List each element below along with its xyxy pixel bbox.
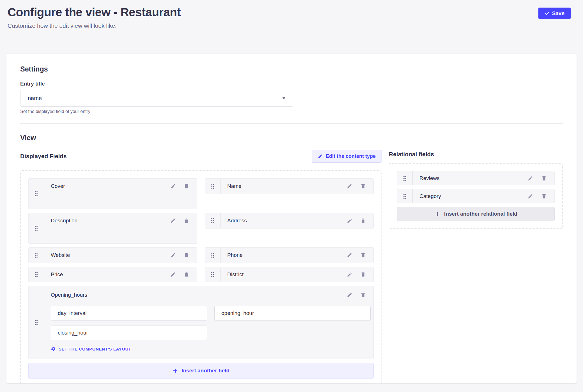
drag-dots-icon — [34, 252, 38, 259]
field-label: District — [227, 271, 244, 278]
drag-dots-icon — [34, 319, 38, 326]
set-component-layout-button[interactable]: SET THE COMPONENT'S LAYOUT — [51, 346, 131, 351]
trash-icon — [360, 183, 366, 189]
delete-field-button[interactable] — [182, 250, 191, 260]
relational-fields-column: Relational fields Reviews — [389, 150, 563, 229]
field-label: Name — [227, 183, 242, 189]
delete-field-button[interactable] — [358, 216, 368, 225]
insert-another-relational-field-label: Insert another relational field — [444, 211, 517, 217]
drag-dots-icon — [34, 190, 38, 197]
pencil-icon — [528, 193, 533, 199]
displayed-fields-heading: Displayed Fields — [20, 153, 67, 160]
trash-icon — [184, 183, 189, 189]
gear-icon — [51, 346, 56, 351]
save-button-label: Save — [552, 10, 564, 17]
drag-handle[interactable] — [205, 213, 221, 228]
insert-another-relational-field-button[interactable]: Insert another relational field — [397, 207, 555, 221]
component-card-main: Opening_hours day_interval opening_hour … — [44, 286, 373, 359]
edit-field-button[interactable] — [526, 174, 535, 183]
drag-handle[interactable] — [397, 189, 413, 203]
insert-another-field-label: Insert another field — [182, 368, 229, 374]
edit-field-button[interactable] — [526, 192, 535, 201]
delete-field-button[interactable] — [539, 192, 549, 201]
delete-field-button[interactable] — [358, 181, 368, 191]
displayed-fields-dropzone: Cover — [20, 170, 382, 383]
pencil-icon — [170, 218, 176, 223]
page-title: Configure the view - Restaurant — [8, 6, 181, 19]
page-subtitle: Customize how the edit view will look li… — [8, 22, 181, 29]
trash-icon — [541, 176, 547, 181]
drag-handle[interactable] — [29, 267, 44, 282]
delete-field-button[interactable] — [182, 270, 191, 279]
drag-dots-icon — [34, 225, 38, 232]
delete-field-button[interactable] — [539, 174, 549, 183]
edit-field-button[interactable] — [345, 290, 354, 300]
drag-handle[interactable] — [205, 179, 221, 194]
pencil-icon — [170, 272, 176, 277]
relational-fields-heading: Relational fields — [389, 151, 563, 158]
field-label: Category — [419, 193, 441, 199]
trash-icon — [184, 252, 189, 258]
settings-heading: Settings — [20, 65, 563, 73]
view-heading: View — [20, 134, 563, 142]
displayed-fields-grid: Cover — [28, 178, 374, 379]
edit-field-button[interactable] — [168, 250, 178, 260]
drag-dots-icon — [210, 183, 215, 190]
section-divider — [20, 123, 563, 124]
edit-field-button[interactable] — [168, 216, 178, 225]
displayed-fields-column: Displayed Fields Edit the content type — [20, 150, 382, 383]
delete-field-button[interactable] — [358, 250, 368, 260]
field-card-main: Name — [221, 179, 373, 194]
field-card-main: District — [221, 267, 373, 282]
relational-card-category: Category — [397, 189, 555, 203]
trash-icon — [360, 292, 366, 298]
field-label: Website — [51, 252, 70, 258]
relational-fields-dropzone: Reviews Cat — [389, 163, 563, 229]
edit-field-button[interactable] — [345, 250, 354, 260]
drag-handle[interactable] — [29, 213, 44, 243]
entry-title-label: Entry title — [20, 81, 563, 87]
edit-field-button[interactable] — [345, 181, 354, 191]
drag-handle[interactable] — [205, 248, 221, 263]
delete-field-button[interactable] — [182, 181, 191, 191]
field-card-address: Address — [205, 213, 374, 229]
field-label: Description — [51, 218, 77, 224]
delete-field-button[interactable] — [182, 216, 191, 225]
delete-field-button[interactable] — [358, 290, 368, 300]
drag-handle[interactable] — [29, 179, 44, 209]
pencil-icon — [347, 183, 352, 189]
component-label: Opening_hours — [51, 292, 87, 298]
entry-title-select[interactable]: name — [20, 90, 293, 107]
field-card-cover: Cover — [28, 178, 197, 209]
field-card-main: Address — [221, 213, 373, 228]
edit-content-type-label: Edit the content type — [326, 153, 376, 159]
field-label: Address — [227, 218, 247, 224]
delete-field-button[interactable] — [358, 270, 368, 279]
edit-field-button[interactable] — [168, 270, 178, 279]
drag-dots-icon — [403, 193, 407, 200]
edit-field-button[interactable] — [168, 181, 178, 191]
chevron-down-icon — [282, 97, 286, 99]
trash-icon — [360, 272, 366, 277]
field-card-main: Description — [44, 213, 197, 243]
drag-handle[interactable] — [29, 248, 44, 263]
edit-field-button[interactable] — [345, 270, 354, 279]
save-button[interactable]: Save — [538, 8, 571, 19]
field-card-district: District — [205, 267, 374, 282]
edit-content-type-button[interactable]: Edit the content type — [312, 150, 382, 163]
drag-handle[interactable] — [29, 286, 44, 359]
drag-handle[interactable] — [205, 267, 221, 282]
field-card-main: Category — [413, 189, 554, 203]
insert-another-field-button[interactable]: Insert another field — [28, 363, 374, 379]
view-columns: Displayed Fields Edit the content type — [20, 150, 563, 383]
displayed-fields-header: Displayed Fields Edit the content type — [20, 150, 382, 163]
drag-dots-icon — [210, 271, 215, 278]
trash-icon — [541, 193, 547, 199]
drag-dots-icon — [34, 271, 38, 278]
trash-icon — [360, 252, 366, 258]
set-component-layout-label: SET THE COMPONENT'S LAYOUT — [59, 347, 131, 351]
field-label: Phone — [227, 252, 243, 258]
edit-field-button[interactable] — [345, 216, 354, 225]
drag-handle[interactable] — [397, 171, 413, 185]
plus-icon — [434, 211, 440, 217]
